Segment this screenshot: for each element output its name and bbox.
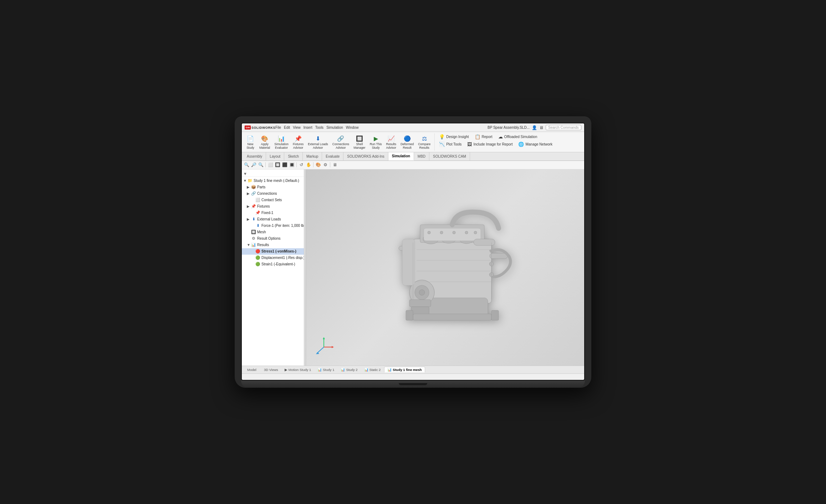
tree-item-fixed-1[interactable]: 📌 Fixed-1	[242, 210, 304, 216]
bottom-tab-study-2[interactable]: 📊 Study 2	[338, 367, 360, 372]
menu-insert[interactable]: Insert	[304, 126, 312, 129]
menu-view[interactable]: View	[293, 126, 301, 129]
svg-rect-11	[409, 300, 431, 307]
manage-network-button[interactable]: 🌐 Manage Network	[516, 141, 555, 148]
3d-views-tab-label: 3D Views	[264, 368, 278, 372]
tree-item-displacement1[interactable]: 🟢 Displacement1 (-Res disp-)	[242, 255, 304, 261]
search-box[interactable]: Search Commands	[546, 125, 581, 130]
laptop-screen: SW SOLIDWORKS File Edit View Insert Tool…	[241, 123, 585, 381]
tab-layout[interactable]: Layout	[266, 152, 284, 161]
include-image-button[interactable]: 🖼 Include Image for Report	[465, 141, 515, 148]
svg-marker-33	[323, 337, 325, 339]
tree-item-contact-sets[interactable]: ⬜ Contact Sets	[242, 197, 304, 203]
tab-markup[interactable]: Markup	[303, 152, 322, 161]
apply-material-button[interactable]: 🎨 ApplyMaterial	[258, 133, 272, 151]
model-tab-label: Model	[247, 368, 256, 372]
tree-item-connections[interactable]: ▶ 🔗 Connections	[242, 190, 304, 197]
icon-pan[interactable]: ✋	[305, 162, 312, 168]
svg-marker-37	[316, 352, 319, 354]
icon-zoom-out[interactable]: 🔍	[258, 162, 264, 168]
tab-sketch[interactable]: Sketch	[284, 152, 303, 161]
title-bar-menu: File Edit View Insert Tools Simulation W…	[275, 126, 359, 129]
deformed-result-button[interactable]: 🔵 DeformedResult	[399, 133, 415, 151]
tree-item-external-loads[interactable]: ▶ ⬇ External Loads	[242, 216, 304, 223]
compare-results-button[interactable]: ⚖ CompareResults	[416, 133, 432, 151]
main-toolbar: 📄 NewStudy 🎨 ApplyMaterial 📊 SimulationE…	[242, 132, 584, 152]
expand-external-loads: ▶	[247, 217, 251, 221]
offloaded-simulation-button[interactable]: ☁ Offloaded Simulation	[496, 133, 540, 140]
connections-icon: 🔗	[251, 191, 256, 196]
bottom-tab-static-2[interactable]: 📊 Static 2	[361, 367, 384, 372]
status-bar	[242, 373, 584, 380]
bottom-tab-study-1-fine-mesh[interactable]: 📊 Study 1 fine mesh	[384, 367, 425, 372]
tab-solidworks-addins[interactable]: SOLIDWORKS Add-Ins	[343, 152, 388, 161]
icon-toolbar-sep-1	[265, 162, 266, 167]
run-this-study-button[interactable]: ▶ Run ThisStudy	[368, 133, 384, 151]
external-loads-button[interactable]: ⬇ External LoadsAdvisor	[306, 133, 330, 151]
plot-tools-button[interactable]: 📉 Plot Tools	[437, 141, 464, 148]
menu-simulation[interactable]: Simulation	[326, 126, 343, 129]
svg-point-16	[453, 231, 455, 234]
tab-simulation[interactable]: Simulation	[388, 152, 414, 161]
new-study-icon: 📄	[246, 134, 254, 142]
tab-assembly[interactable]: Assembly	[243, 152, 266, 161]
tab-mbd[interactable]: MBD	[414, 152, 429, 161]
svg-point-10	[419, 290, 425, 295]
tree-item-stress1[interactable]: 🔴 Stress1 (-vonMises-)	[242, 248, 304, 255]
external-loads-label: External Loads	[257, 217, 281, 221]
icon-zoom-in[interactable]: 🔎	[250, 162, 257, 168]
user-icon: 👤	[532, 125, 537, 130]
strain1-label: Strain1 (-Equivalent-)	[261, 262, 295, 266]
results-advisor-button[interactable]: 📈 ResultsAdvisor	[384, 133, 398, 151]
tree-item-mesh[interactable]: 🔲 Mesh	[242, 229, 304, 235]
icon-view-3[interactable]: ⬛	[281, 162, 288, 168]
fixtures-advisor-button[interactable]: 📌 FixturesAdvisor	[291, 133, 305, 151]
filename-label: BP Spear Assembly.SLD...	[488, 126, 530, 129]
title-bar: SW SOLIDWORKS File Edit View Insert Tool…	[242, 123, 584, 132]
design-insight-button[interactable]: 💡 Design Insight	[437, 133, 471, 140]
tree-item-result-options[interactable]: ⚙ Result Options	[242, 235, 304, 242]
force-1-label: Force-1 (Per item: 1,000 lbf)	[261, 224, 304, 228]
icon-view-4[interactable]: 🔳	[289, 162, 295, 168]
tree-item-fixtures[interactable]: ▶ 📌 Fixtures	[242, 203, 304, 210]
icon-color[interactable]: 🎨	[315, 162, 321, 168]
bottom-tab-3d-views[interactable]: 3D Views	[260, 367, 281, 372]
bottom-tab-study-1[interactable]: 📊 Study 1	[315, 367, 337, 372]
icon-settings[interactable]: ⚙	[322, 162, 328, 168]
tab-solidworks-cam[interactable]: SOLIDWORKS CAM	[429, 152, 470, 161]
toolbar-right-row-2: 📉 Plot Tools 🖼 Include Image for Report …	[437, 141, 582, 148]
tree-item-force-1[interactable]: ⬇ Force-1 (Per item: 1,000 lbf)	[242, 223, 304, 229]
tree-item-parts[interactable]: ▶ 📦 Parts	[242, 184, 304, 190]
simulation-evaluator-icon: 📊	[277, 134, 285, 142]
icon-view-1[interactable]: ⬜	[267, 162, 274, 168]
laptop-outer: SW SOLIDWORKS File Edit View Insert Tool…	[235, 116, 591, 388]
expand-parts: ▶	[247, 185, 251, 189]
icon-rotate[interactable]: ↺	[298, 162, 305, 168]
bottom-tab-model[interactable]: Model	[243, 367, 259, 372]
shell-manager-button[interactable]: 🔲 ShellManager	[352, 133, 367, 151]
feature-tree-panel: ▼ ▼ 📁 Study 1 fine mesh (-Default-) ▶ 📦 …	[242, 169, 304, 366]
sw-brand-text: SOLIDWORKS	[251, 126, 275, 129]
tab-evaluate[interactable]: Evaluate	[322, 152, 343, 161]
icon-search[interactable]: 🔍	[243, 162, 250, 168]
icon-view-2[interactable]: 🔲	[274, 162, 281, 168]
svg-rect-24	[474, 239, 495, 245]
menu-tools[interactable]: Tools	[315, 126, 323, 129]
report-button[interactable]: 📋 Report	[473, 133, 495, 140]
bottom-tab-motion-study-1[interactable]: ▶ Motion Study 1	[282, 367, 314, 372]
svg-point-18	[474, 231, 477, 234]
menu-edit[interactable]: Edit	[284, 126, 290, 129]
icon-display[interactable]: 🖥	[332, 162, 338, 168]
new-study-label: NewStudy	[246, 143, 254, 149]
menu-window[interactable]: Window	[346, 126, 359, 129]
simulation-evaluator-button[interactable]: 📊 SimulationEvaluator	[272, 133, 290, 151]
svg-point-14	[428, 231, 430, 234]
fixtures-icon: 📌	[251, 204, 256, 209]
connections-advisor-button[interactable]: 🔗 ConnectionsAdvisor	[331, 133, 351, 151]
motion-study-1-tab-icon: ▶	[285, 368, 287, 372]
tree-item-results[interactable]: ▼ 📊 Results	[242, 242, 304, 248]
new-study-button[interactable]: 📄 NewStudy	[244, 133, 257, 151]
tree-item-study-root[interactable]: ▼ 📁 Study 1 fine mesh (-Default-)	[242, 178, 304, 184]
menu-file[interactable]: File	[275, 126, 281, 129]
tree-item-strain1[interactable]: 🟢 Strain1 (-Equivalent-)	[242, 261, 304, 268]
